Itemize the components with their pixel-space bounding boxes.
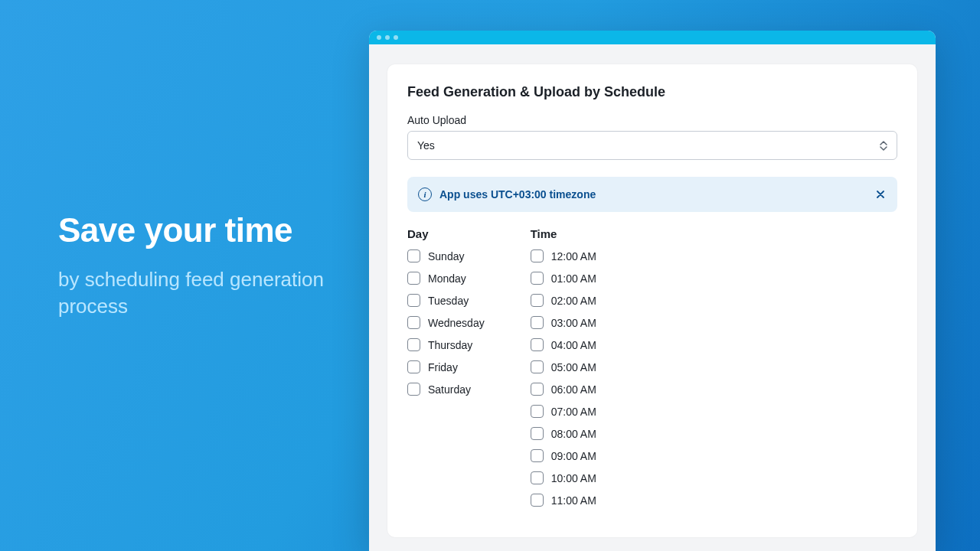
close-icon [876,190,885,199]
time-label: 03:00 AM [551,317,596,329]
day-label: Wednesday [428,317,485,329]
checkbox[interactable] [531,471,544,484]
day-label: Thursday [428,339,472,351]
timezone-banner: i App uses UTC+03:00 timezone [407,177,897,212]
day-label: Tuesday [428,295,469,307]
day-label: Sunday [428,250,464,262]
banner-close-button[interactable] [873,187,888,202]
schedule-columns: Day SundayMondayTuesdayWednesdayThursday… [407,227,897,507]
time-row[interactable]: 10:00 AM [531,471,596,484]
checkbox[interactable] [531,494,544,507]
checkbox[interactable] [407,383,420,396]
checkbox[interactable] [407,272,420,285]
checkbox[interactable] [531,405,544,418]
checkbox[interactable] [407,338,420,351]
marketing-headline: Save your time [58,211,334,249]
time-row[interactable]: 02:00 AM [531,294,596,307]
time-row[interactable]: 09:00 AM [531,449,596,462]
day-row[interactable]: Saturday [407,383,485,396]
time-row[interactable]: 07:00 AM [531,405,596,418]
time-row[interactable]: 08:00 AM [531,427,596,440]
time-row[interactable]: 05:00 AM [531,360,596,373]
day-row[interactable]: Friday [407,360,485,373]
checkbox[interactable] [531,294,544,307]
time-column: Time 12:00 AM01:00 AM02:00 AM03:00 AM04:… [531,227,596,507]
day-row[interactable]: Monday [407,272,485,285]
day-column-header: Day [407,227,485,240]
day-label: Monday [428,272,466,285]
marketing-subtext: by scheduling feed generation process [58,266,334,320]
checkbox[interactable] [407,360,420,373]
banner-text: App uses UTC+03:00 timezone [439,188,596,201]
checkbox[interactable] [531,449,544,462]
schedule-card: Feed Generation & Upload by Schedule Aut… [387,64,917,537]
checkbox[interactable] [407,294,420,307]
card-title: Feed Generation & Upload by Schedule [407,84,897,100]
time-label: 04:00 AM [551,339,596,351]
day-label: Saturday [428,383,471,396]
time-row[interactable]: 04:00 AM [531,338,596,351]
time-row[interactable]: 11:00 AM [531,494,596,507]
marketing-copy: Save your time by scheduling feed genera… [58,211,334,320]
day-row[interactable]: Tuesday [407,294,485,307]
checkbox[interactable] [531,316,544,329]
window-titlebar [369,31,936,44]
time-label: 08:00 AM [551,428,596,440]
days-list: SundayMondayTuesdayWednesdayThursdayFrid… [407,249,485,396]
day-row[interactable]: Wednesday [407,316,485,329]
app-window: Feed Generation & Upload by Schedule Aut… [369,31,936,551]
time-label: 11:00 AM [551,494,596,507]
times-list: 12:00 AM01:00 AM02:00 AM03:00 AM04:00 AM… [531,249,596,507]
day-row[interactable]: Thursday [407,338,485,351]
time-row[interactable]: 06:00 AM [531,383,596,396]
checkbox[interactable] [531,338,544,351]
traffic-light-dot [385,35,390,40]
time-label: 07:00 AM [551,406,596,418]
time-label: 10:00 AM [551,472,596,484]
time-row[interactable]: 12:00 AM [531,249,596,262]
time-label: 02:00 AM [551,295,596,307]
checkbox[interactable] [407,316,420,329]
traffic-light-dot [377,35,381,40]
checkbox[interactable] [531,272,544,285]
time-label: 01:00 AM [551,272,596,285]
time-column-header: Time [531,227,596,240]
day-row[interactable]: Sunday [407,249,485,262]
time-label: 12:00 AM [551,250,596,262]
time-row[interactable]: 01:00 AM [531,272,596,285]
checkbox[interactable] [407,249,420,262]
time-row[interactable]: 03:00 AM [531,316,596,329]
info-icon: i [418,187,432,201]
checkbox[interactable] [531,383,544,396]
time-label: 06:00 AM [551,383,596,396]
time-label: 05:00 AM [551,361,596,373]
checkbox[interactable] [531,360,544,373]
checkbox[interactable] [531,249,544,262]
time-label: 09:00 AM [551,450,596,462]
traffic-light-dot [394,35,398,40]
select-caret-icon [878,140,889,151]
auto-upload-value: Yes [417,139,435,152]
day-label: Friday [428,361,458,373]
auto-upload-label: Auto Upload [407,114,897,126]
auto-upload-select[interactable]: Yes [407,131,897,160]
day-column: Day SundayMondayTuesdayWednesdayThursday… [407,227,485,507]
checkbox[interactable] [531,427,544,440]
